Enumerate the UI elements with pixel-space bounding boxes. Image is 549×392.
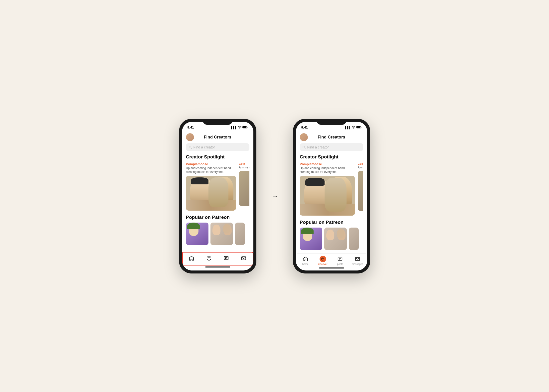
arrow: → [271, 192, 278, 200]
search-icon-right [302, 145, 306, 149]
battery-icon-right [356, 126, 362, 129]
status-time-right: 9:41 [301, 126, 308, 129]
signal-icon-right: ▌▌▌ [345, 126, 351, 129]
signal-icon: ▌▌▌ [231, 126, 237, 129]
popular-partial-right [349, 228, 359, 250]
tab-label-discover-right: discover [318, 263, 327, 265]
left-phone: 9:41 ▌▌▌ [179, 119, 256, 273]
partial-img-left [239, 171, 249, 206]
svg-rect-2 [243, 127, 246, 128]
tab-posts-right[interactable]: posts [332, 256, 349, 265]
creator-img-pomplamoose-left [186, 176, 236, 211]
arrow-container: → [271, 192, 278, 200]
tab-home-left[interactable] [183, 255, 200, 261]
wifi-icon [238, 126, 241, 129]
search-bar-right[interactable]: Find a creator [300, 143, 363, 151]
creator-desc-pomplamoose-left: Up and coming independent band creating … [186, 166, 236, 174]
tab-discover-left[interactable] [200, 255, 218, 261]
partial-img-right [358, 171, 363, 211]
svg-point-15 [322, 258, 324, 260]
popular-scroll-right [300, 228, 363, 250]
svg-point-10 [353, 128, 354, 129]
spotlight-title-left: Creator Spotlight [186, 154, 249, 160]
tab-label-messages-right: messages [352, 263, 363, 265]
phone-screen-left: 9:41 ▌▌▌ [182, 122, 253, 270]
band-photo-left [186, 176, 236, 211]
svg-point-3 [189, 146, 191, 148]
status-time-left: 9:41 [187, 126, 194, 129]
tab-bar-wrapper-left [182, 252, 253, 270]
notch-right [317, 119, 347, 125]
posts-icon-left [223, 255, 229, 261]
svg-point-13 [303, 146, 305, 148]
home-indicator-right [319, 267, 344, 268]
popular-card-anime-left[interactable] [186, 223, 208, 245]
creator-img-pomplamoose-right [300, 176, 355, 216]
partial-desc-left: A w we c [239, 166, 249, 170]
popular-scroll-left [186, 223, 249, 245]
messages-icon-right [354, 256, 361, 262]
creator-card-pomplamoose-right[interactable]: Pomplamoose Up and coming independent ba… [300, 162, 355, 216]
partial-card-right: Goin A w we c [358, 162, 363, 216]
spotlight-scroll-left: Pomplamoose Up and coming independent ba… [186, 162, 249, 211]
tab-messages-left[interactable] [235, 255, 252, 261]
popular-card-photo-left[interactable] [210, 223, 233, 245]
tab-discover-right[interactable]: discover [314, 256, 332, 265]
svg-rect-6 [224, 256, 228, 260]
content-left: Creator Spotlight Pomplamoose Up and com… [182, 154, 253, 252]
tab-messages-right[interactable]: messages [349, 256, 366, 265]
page-title-right: Find Creators [308, 135, 355, 140]
scene: 9:41 ▌▌▌ [179, 119, 370, 273]
partial-name-right: Goin [358, 162, 363, 165]
search-placeholder-left: Find a creator [193, 145, 215, 149]
svg-point-5 [207, 256, 211, 260]
spotlight-title-right: Creator Spotlight [300, 154, 363, 160]
messages-icon-left [240, 255, 247, 261]
tab-label-home-right: home [302, 263, 309, 265]
wifi-icon-right [352, 126, 355, 129]
home-icon-left [188, 255, 195, 261]
nav-header-left: Find Creators [182, 132, 253, 143]
notch [203, 119, 233, 125]
partial-name-left: Goin [239, 162, 249, 165]
popular-card-photo-right[interactable] [324, 228, 347, 250]
creator-card-pomplamoose-left[interactable]: Pomplamoose Up and coming independent ba… [186, 162, 236, 211]
home-icon-right [302, 256, 309, 262]
popular-title-left: Popular on Patreon [186, 215, 249, 220]
discover-icon-left [206, 255, 212, 261]
popular-partial-left [235, 223, 245, 245]
discover-active-dot [320, 256, 326, 262]
discover-icon-right [320, 256, 326, 262]
popular-title-right: Popular on Patreon [300, 220, 363, 225]
spotlight-scroll-right: Pomplamoose Up and coming independent ba… [300, 162, 363, 216]
avatar-right[interactable] [300, 133, 308, 141]
search-bar-left[interactable]: Find a creator [186, 143, 249, 151]
creator-name-pomplamoose-right: Pomplamoose [300, 162, 355, 166]
tab-bar-left [183, 253, 252, 265]
band-photo-right [300, 176, 355, 216]
partial-desc-right: A w we c [358, 166, 363, 170]
tab-label-posts-right: posts [337, 263, 343, 265]
tab-bar-right: home discover [297, 254, 366, 266]
nav-header-right: Find Creators [296, 132, 367, 143]
search-placeholder-right: Find a creator [307, 145, 329, 149]
battery-icon [242, 126, 248, 129]
search-icon-left [188, 145, 192, 149]
tab-home-right[interactable]: home [297, 256, 314, 265]
avatar-left[interactable] [186, 133, 194, 141]
popular-card-anime-right[interactable] [300, 228, 322, 250]
partial-card-left: Goin A w we c [239, 162, 249, 211]
svg-rect-12 [357, 127, 360, 128]
home-indicator-left [205, 266, 230, 267]
svg-line-14 [305, 148, 305, 148]
tab-posts-left[interactable] [218, 255, 235, 261]
tab-bar-wrapper-right: home discover [296, 253, 367, 270]
status-icons-left: ▌▌▌ [231, 126, 248, 129]
svg-line-4 [191, 148, 191, 148]
creator-name-pomplamoose-left: Pomplamoose [186, 162, 236, 166]
svg-rect-16 [338, 257, 342, 260]
content-right: Creator Spotlight Pomplamoose Up and com… [296, 154, 367, 253]
creator-desc-pomplamoose-right: Up and coming independent band creating … [300, 166, 355, 174]
page-title-left: Find Creators [194, 135, 241, 140]
phone-screen-right: 9:41 ▌▌▌ [296, 122, 367, 270]
